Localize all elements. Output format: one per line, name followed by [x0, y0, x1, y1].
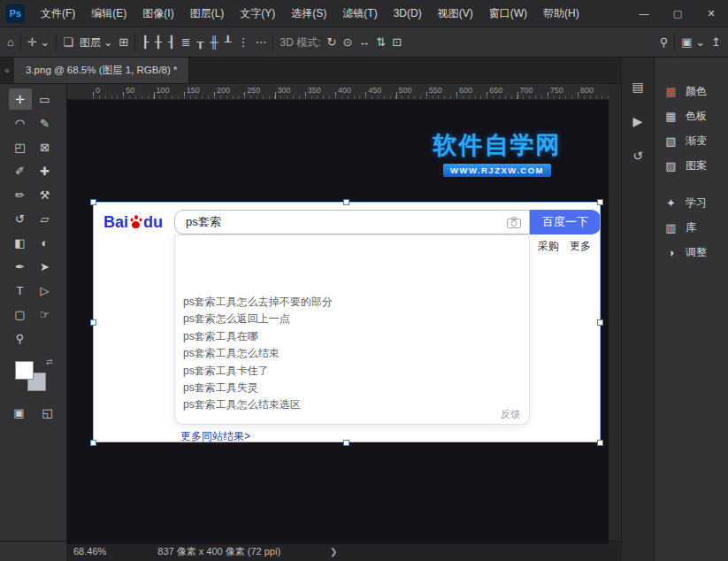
history-panel-icon[interactable]: ↺ — [632, 149, 643, 163]
align-right-icon[interactable]: ┨ — [168, 36, 175, 48]
panel-item[interactable]: ▥ 库 — [655, 215, 728, 240]
distribute-spacing-icon[interactable]: ⋮ — [237, 36, 249, 48]
history-brush-tool[interactable]: ↺ — [9, 208, 32, 229]
pen-tool[interactable]: ✒ — [9, 256, 32, 277]
lasso-tool[interactable]: ◠ — [9, 112, 32, 134]
menu-item[interactable]: 帮助(H) — [535, 0, 587, 27]
eyedropper-tool[interactable]: ✐ — [9, 160, 32, 181]
baidu-nav-item: 更多 — [570, 239, 591, 254]
layer-select-dropdown[interactable]: 图层 ⌄ — [80, 37, 112, 48]
selection-handle[interactable] — [343, 199, 349, 205]
selection-handle[interactable] — [90, 440, 96, 446]
panel-item[interactable]: ▦ 色板 — [655, 104, 728, 128]
ruler-label: 700 — [517, 84, 548, 99]
panel-item[interactable]: ▧ 渐变 — [655, 128, 728, 153]
3d-scale-icon[interactable]: ⊡ — [392, 36, 402, 48]
zoom-tool[interactable]: ⚲ — [9, 327, 32, 349]
selection-handle[interactable] — [343, 440, 349, 446]
selection-handle[interactable] — [90, 199, 96, 205]
direct-selection-tool[interactable]: ▷ — [34, 280, 57, 301]
collapse-panels-icon[interactable]: « — [0, 58, 14, 83]
horizontal-ruler[interactable]: 0501001502002503003504004505005506006507… — [67, 84, 609, 100]
properties-panel-icon[interactable]: ▤ — [632, 80, 643, 94]
share-icon[interactable]: ↥ — [711, 36, 721, 48]
panel-item[interactable]: ✦ 学习 — [655, 190, 728, 215]
auto-select-icon[interactable]: ❏ — [63, 36, 73, 48]
home-icon[interactable]: ⌂ — [7, 36, 14, 48]
brush-tool[interactable]: ✏ — [9, 184, 32, 205]
frame-tool[interactable]: ⊠ — [34, 136, 57, 158]
3d-rotate-icon[interactable]: ↻ — [327, 36, 337, 48]
menu-item[interactable]: 选择(S) — [283, 0, 334, 27]
type-tool[interactable]: T — [9, 280, 32, 301]
panel-label: 学习 — [686, 196, 707, 211]
3d-drag-icon[interactable]: ↔ — [358, 36, 370, 48]
options-divider — [134, 34, 135, 51]
healing-brush-tool[interactable]: ✚ — [34, 160, 57, 181]
tool-options-bar: ⌂✛ ⌄❏图层 ⌄⊞┠╂┨≣┰╫┸⋮⋯3D 模式:↻⊙↔⇅⊡⚲▣ ⌄↥ — [0, 27, 728, 58]
selection-handle[interactable] — [597, 319, 603, 326]
hand-tool[interactable]: ☞ — [34, 304, 57, 325]
baidu-logo-text: du — [143, 213, 163, 232]
panel-item[interactable]: ▦ 颜色 — [655, 79, 728, 104]
3d-slide-icon[interactable]: ⇅ — [376, 36, 386, 48]
screen-mode-icon[interactable]: ◱ — [39, 402, 57, 423]
rectangle-tool[interactable]: ▢ — [9, 304, 32, 325]
move-tool-options-icon[interactable]: ✛ ⌄ — [27, 36, 50, 48]
3d-roll-icon[interactable]: ⊙ — [342, 36, 352, 48]
selection-handle[interactable] — [597, 440, 603, 446]
clone-stamp-tool[interactable]: ⚒ — [34, 184, 57, 205]
transform-controls-icon[interactable]: ⊞ — [119, 36, 128, 48]
panel-label: 图案 — [686, 158, 707, 173]
menu-item[interactable]: 文件(F) — [33, 0, 83, 27]
move-tool[interactable]: ✛ — [9, 88, 32, 110]
distribute-horizontal-icon[interactable]: ≣ — [181, 36, 191, 48]
ruler-label: 350 — [305, 84, 335, 99]
quick-mask-icon[interactable]: ▣ — [11, 402, 28, 423]
align-center-icon[interactable]: ╂ — [155, 36, 162, 48]
zoom-level-field[interactable]: 68.46% — [73, 546, 106, 557]
swap-colors-icon[interactable]: ⇄ — [46, 357, 53, 366]
menu-item[interactable]: 编辑(E) — [83, 0, 134, 27]
menu-item[interactable]: 3D(D) — [386, 0, 430, 27]
align-left-icon[interactable]: ┠ — [142, 36, 149, 48]
menu-item[interactable]: 文字(Y) — [232, 0, 283, 27]
panels-column: ▦ 颜色 ▦ 色板 ▧ 渐变 ▨ 图案 — [654, 58, 728, 561]
menu-item[interactable]: 窗口(W) — [481, 0, 535, 27]
path-selection-tool[interactable]: ➤ — [34, 256, 57, 277]
selection-handle[interactable] — [597, 199, 603, 205]
ruler-label: 450 — [365, 84, 395, 99]
crop-tool[interactable]: ◰ — [9, 136, 32, 158]
canvas-document[interactable]: 软件自学网 WWW.RJZXW.COM Bai du ps套索 — [67, 100, 609, 544]
dodge-tool[interactable]: ◐ — [34, 232, 57, 253]
foreground-color-swatch[interactable] — [15, 361, 34, 380]
menu-item[interactable]: 滤镜(T) — [334, 0, 385, 27]
menu-item[interactable]: 视图(V) — [430, 0, 481, 27]
close-button[interactable]: ✕ — [694, 0, 728, 27]
document-tab[interactable]: 3.png @ 68.5% (图层 1, RGB/8) * — [14, 58, 189, 83]
panel-item[interactable]: ◑ 调整 — [655, 240, 728, 265]
status-options-chevron[interactable]: ❯ — [330, 547, 337, 557]
actions-panel-icon[interactable]: ▶ — [633, 114, 643, 128]
marquee-tool[interactable]: ▭ — [34, 88, 57, 110]
suggestion-item: ps套索怎么返回上一点 — [175, 311, 529, 327]
panel-item[interactable]: ▨ 图案 — [655, 153, 728, 178]
learn-panel-icon: ✦ — [664, 196, 678, 210]
eraser-tool[interactable]: ▱ — [34, 208, 57, 229]
minimize-button[interactable]: — — [627, 0, 661, 27]
menu-item[interactable]: 图像(I) — [134, 0, 181, 27]
menu-item[interactable]: 图层(L) — [182, 0, 233, 27]
workspace-switcher-icon[interactable]: ▣ ⌄ — [681, 36, 705, 48]
quick-selection-tool[interactable]: ✎ — [34, 112, 57, 134]
maximize-button[interactable]: ▢ — [661, 0, 694, 27]
layer-image[interactable]: Bai du ps套索 — [93, 202, 601, 442]
align-top-icon[interactable]: ┰ — [197, 36, 204, 48]
gradient-tool[interactable]: ◧ — [9, 232, 32, 253]
align-middle-icon[interactable]: ╫ — [210, 36, 218, 48]
selection-handle[interactable] — [90, 319, 96, 326]
search-icon[interactable]: ⚲ — [660, 36, 669, 48]
more-align-options-icon[interactable]: ⋯ — [255, 36, 266, 48]
align-bottom-icon[interactable]: ┸ — [225, 36, 232, 48]
photoshop-logo[interactable]: Ps — [6, 4, 25, 23]
suggestion-item: ps套索工具卡住了 — [175, 363, 529, 380]
